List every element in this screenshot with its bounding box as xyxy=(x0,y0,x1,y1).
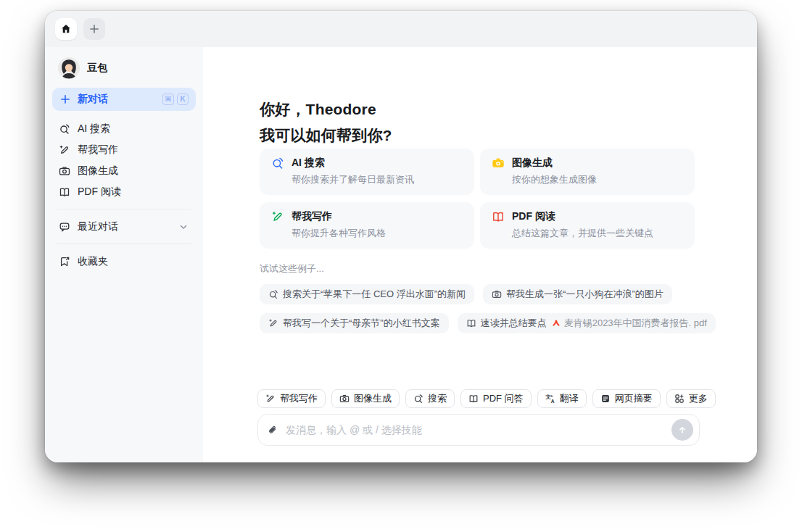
example-chips: 搜索关于“苹果下一任 CEO 浮出水面”的新闻 帮我生成一张“一只小狗在冲浪”的… xyxy=(260,284,729,333)
translate-icon xyxy=(545,394,555,404)
tab-home[interactable] xyxy=(55,18,77,40)
webpage-icon xyxy=(600,394,611,404)
write-pen-icon xyxy=(265,394,276,404)
divider xyxy=(57,209,191,209)
profile[interactable]: 豆包 xyxy=(52,56,196,88)
send-button[interactable] xyxy=(671,419,693,441)
write-pen-icon xyxy=(59,144,70,156)
chat-bubble-icon xyxy=(59,221,70,233)
chevron-down-icon[interactable] xyxy=(178,221,189,233)
write-pen-icon xyxy=(268,318,278,328)
card-title: 帮我写作 xyxy=(292,210,332,223)
examples-label: 试试这些例子... xyxy=(260,262,695,275)
skill-card-image-gen[interactable]: 图像生成 按你的想象生成图像 xyxy=(480,149,695,195)
example-chip-write-post[interactable]: 帮我写一个关于“母亲节”的小红书文案 xyxy=(260,313,449,333)
skill-chip-pdf-qa[interactable]: PDF 问答 xyxy=(460,389,532,408)
sidebar-item-write[interactable]: 帮我写作 xyxy=(52,139,196,160)
skill-chip-label: 翻译 xyxy=(560,392,579,405)
message-input[interactable] xyxy=(284,423,666,436)
ai-search-icon xyxy=(268,289,278,299)
skill-chip-label: PDF 问答 xyxy=(483,392,524,405)
book-icon xyxy=(466,318,476,328)
sidebar-item-label: 帮我写作 xyxy=(78,144,118,157)
skill-card-write[interactable]: 帮我写作 帮你提升各种写作风格 xyxy=(260,202,474,249)
skill-chip-translate[interactable]: 翻译 xyxy=(537,389,587,408)
arrow-up-icon xyxy=(677,424,688,436)
plus-icon xyxy=(59,93,71,105)
message-input-box[interactable] xyxy=(257,414,700,446)
card-description: 帮你搜索并了解每日最新资讯 xyxy=(292,173,463,186)
example-text: 速读并总结要点 xyxy=(481,317,547,330)
skill-chip-image-gen[interactable]: 图像生成 xyxy=(331,389,400,408)
skill-cards: AI 搜索 帮你搜索并了解每日最新资讯 图像生成 按你的想象生成图像 xyxy=(260,149,695,249)
more-grid-icon xyxy=(674,394,685,404)
divider xyxy=(57,244,191,244)
sidebar-item-favorites[interactable]: 收藏夹 xyxy=(52,251,196,272)
sidebar-item-label: 收藏夹 xyxy=(78,255,108,268)
card-description: 按你的想象生成图像 xyxy=(512,173,683,186)
example-chip-summarize-pdf[interactable]: 速读并总结要点 麦肯锡2023年中国消费者报告. pdf xyxy=(458,313,716,333)
skill-card-ai-search[interactable]: AI 搜索 帮你搜索并了解每日最新资讯 xyxy=(260,149,474,195)
sidebar-item-label: 最近对话 xyxy=(78,220,118,233)
sidebar-item-ai-search[interactable]: AI 搜索 xyxy=(52,118,196,139)
avatar xyxy=(58,57,80,79)
main-area: 你好，Theodore 我可以如何帮到你? AI 搜索 帮你搜索并了解每日最新资… xyxy=(203,47,757,462)
example-chip-generate-image[interactable]: 帮我生成一张“一只小狗在冲浪”的图片 xyxy=(483,284,672,304)
home-icon xyxy=(60,23,72,35)
example-text: 帮我写一个关于“母亲节”的小红书文案 xyxy=(283,317,440,330)
book-icon xyxy=(468,394,479,404)
camera-icon xyxy=(492,289,502,299)
greeting-line-1: 你好，Theodore xyxy=(260,96,695,122)
k-key-badge: K xyxy=(177,93,189,105)
sidebar-item-pdf-read[interactable]: PDF 阅读 xyxy=(52,181,196,202)
book-icon xyxy=(59,186,70,198)
card-description: 总结这篇文章，并提供一些关键点 xyxy=(512,227,683,240)
example-text: 搜索关于“苹果下一任 CEO 浮出水面”的新闻 xyxy=(283,288,466,301)
attached-file: 麦肯锡2023年中国消费者报告. pdf xyxy=(551,317,707,330)
skill-chip-search[interactable]: 搜索 xyxy=(405,389,455,408)
card-description: 帮你提升各种写作风格 xyxy=(292,227,463,240)
skill-chip-webpage-summary[interactable]: 网页摘要 xyxy=(592,389,661,408)
skill-card-pdf-read[interactable]: PDF 阅读 总结这篇文章，并提供一些关键点 xyxy=(480,202,695,249)
card-title: 图像生成 xyxy=(512,157,553,170)
app-window: 豆包 新对话 ⌘ K AI 搜索 帮我写作 图像生成 xyxy=(45,11,757,462)
camera-icon xyxy=(59,165,70,177)
doubao-avatar-icon xyxy=(58,57,80,79)
camera-icon xyxy=(492,157,505,170)
sidebar-item-label: AI 搜索 xyxy=(78,122,110,136)
skill-chip-label: 帮我写作 xyxy=(280,392,318,405)
card-title: PDF 阅读 xyxy=(512,210,555,223)
skill-chip-more[interactable]: 更多 xyxy=(666,389,716,408)
ai-search-icon xyxy=(59,123,70,135)
example-text: 帮我生成一张“一只小狗在冲浪”的图片 xyxy=(506,288,663,301)
write-pen-icon xyxy=(271,210,284,223)
composer: 帮我写作 图像生成 搜索 PDF 问答 xyxy=(257,389,700,446)
camera-icon xyxy=(339,394,350,404)
sidebar-item-recent-chats[interactable]: 最近对话 xyxy=(52,216,196,237)
ai-search-icon xyxy=(413,394,423,404)
paperclip-icon[interactable] xyxy=(267,424,278,436)
skill-chip-bar: 帮我写作 图像生成 搜索 PDF 问答 xyxy=(257,389,700,408)
profile-name: 豆包 xyxy=(87,62,107,75)
book-icon xyxy=(492,210,505,223)
new-chat-button[interactable]: 新对话 ⌘ K xyxy=(52,88,196,111)
pdf-file-icon xyxy=(551,318,561,328)
new-chat-label: 新对话 xyxy=(78,93,108,106)
sidebar-item-label: PDF 阅读 xyxy=(78,186,121,199)
skill-chip-label: 图像生成 xyxy=(354,392,392,405)
cmd-key-badge: ⌘ xyxy=(162,93,174,105)
example-chip-search-news[interactable]: 搜索关于“苹果下一任 CEO 浮出水面”的新闻 xyxy=(260,284,474,304)
skill-chip-write[interactable]: 帮我写作 xyxy=(257,389,326,408)
shortcut-badges: ⌘ K xyxy=(162,93,189,105)
new-tab-button[interactable] xyxy=(83,18,105,40)
card-title: AI 搜索 xyxy=(292,157,325,170)
tab-bar xyxy=(45,11,757,47)
sidebar-item-image-gen[interactable]: 图像生成 xyxy=(52,160,196,181)
plus-icon xyxy=(88,23,100,35)
skill-chip-label: 网页摘要 xyxy=(615,392,653,405)
ai-search-icon xyxy=(271,157,284,170)
file-name: 麦肯锡2023年中国消费者报告. pdf xyxy=(564,317,707,330)
skill-chip-label: 搜索 xyxy=(428,392,447,405)
bookmark-icon xyxy=(59,256,70,267)
sidebar-item-label: 图像生成 xyxy=(78,165,118,178)
